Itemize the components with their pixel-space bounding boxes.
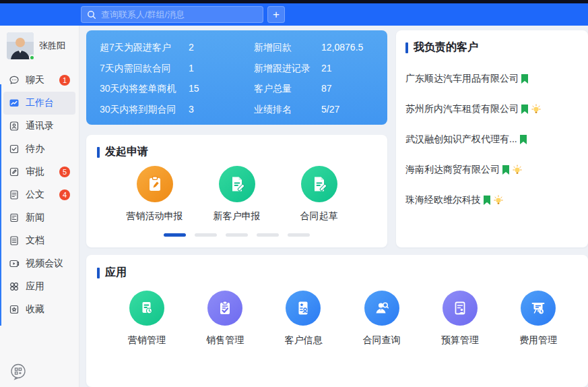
customer-name: 苏州所内汽车租赁有限公司 bbox=[405, 103, 519, 115]
app-item-label: 销售管理 bbox=[206, 334, 244, 347]
customer-name: 海南利达商贸有限公司 bbox=[405, 164, 500, 176]
stat-label: 新增回款 bbox=[254, 41, 321, 53]
apply-item-new-customer[interactable]: 新客户申报 bbox=[203, 166, 271, 222]
customer-item[interactable]: 珠海经欧维尔科技 bbox=[405, 194, 579, 206]
stat-row: 新增跟进记录 21 bbox=[254, 62, 375, 74]
chat-icon bbox=[9, 75, 20, 86]
stat-value: 21 bbox=[321, 62, 332, 74]
apply-section-title: 发起申请 bbox=[97, 145, 377, 159]
sidebar-item-contacts[interactable]: 通讯录 bbox=[3, 115, 75, 138]
online-status-dot bbox=[29, 55, 35, 61]
user-profile[interactable]: 张胜阳 bbox=[0, 26, 79, 66]
customer-item[interactable]: 海南利达商贸有限公司 bbox=[405, 164, 579, 176]
bookmark-icon bbox=[521, 74, 528, 84]
pagination-bar-3[interactable] bbox=[226, 233, 248, 237]
search-box[interactable] bbox=[81, 6, 263, 23]
apply-item-marketing-activity[interactable]: 营销活动申报 bbox=[121, 166, 189, 222]
sidebar-item-video-meeting[interactable]: 视频会议 bbox=[3, 252, 75, 275]
workbench-icon bbox=[9, 98, 20, 109]
stat-label: 30天内将到期合同 bbox=[100, 103, 189, 115]
customer-list: 广东顺达汽车用品有限公司 苏州所内汽车租赁有限公司 bbox=[405, 73, 579, 206]
official-doc-badge: 4 bbox=[59, 189, 70, 200]
video-meeting-icon bbox=[9, 258, 20, 269]
sidebar-item-chat[interactable]: 聊天 1 bbox=[3, 69, 75, 92]
apps-section-title: 应用 bbox=[97, 266, 577, 280]
sidebar-item-todo[interactable]: 待办 bbox=[3, 138, 75, 160]
app-item-label: 预算管理 bbox=[441, 334, 479, 347]
app-item-budget[interactable]: 预算管理 bbox=[421, 291, 499, 347]
stat-value: 3 bbox=[189, 103, 194, 115]
stat-row: 客户总量 87 bbox=[254, 82, 375, 94]
customer-name: 广东顺达汽车用品有限公司 bbox=[405, 73, 519, 85]
customer-name: 珠海经欧维尔科技 bbox=[405, 194, 481, 206]
customer-card-icon bbox=[286, 291, 321, 326]
stat-row: 超7天为跟进客户 2 bbox=[100, 41, 254, 53]
section-title-text: 应用 bbox=[105, 266, 127, 280]
sidebar-item-news[interactable]: 新闻 bbox=[3, 206, 75, 229]
approval-badge: 5 bbox=[59, 167, 70, 177]
app-item-label: 费用管理 bbox=[519, 334, 557, 347]
clipboard-pencil-icon bbox=[137, 166, 173, 202]
sidebar-item-label: 视频会议 bbox=[26, 258, 63, 270]
stat-row: 30天内将到期合同 3 bbox=[100, 103, 254, 115]
todo-icon bbox=[9, 144, 20, 154]
apply-pagination bbox=[97, 233, 377, 237]
budget-doc-icon bbox=[443, 291, 478, 326]
apply-items: 营销活动申报 新客户申报 bbox=[97, 166, 377, 222]
customer-item[interactable]: 苏州所内汽车租赁有限公司 bbox=[405, 103, 579, 115]
stats-summary-card[interactable]: 超7天为跟进客户 2 7天内需回款合同 1 30天内将签单商机 15 30天内将… bbox=[86, 30, 387, 125]
pagination-bar-4[interactable] bbox=[257, 233, 279, 237]
bookmark-icon bbox=[502, 165, 509, 175]
stat-row: 30天内将签单商机 15 bbox=[100, 82, 254, 94]
bulb-icon bbox=[531, 104, 542, 115]
sidebar-item-approval[interactable]: 审批 5 bbox=[3, 160, 75, 183]
sales-clipboard-icon bbox=[207, 291, 242, 326]
stat-label: 30天内将签单商机 bbox=[100, 82, 189, 94]
stat-label: 超7天为跟进客户 bbox=[100, 41, 189, 53]
sidebar-item-official-doc[interactable]: 公文 4 bbox=[3, 183, 75, 206]
sidebar-item-label: 应用 bbox=[26, 280, 44, 293]
apply-item-contract-draft[interactable]: 合同起草 bbox=[286, 166, 353, 222]
sidebar-item-favorites[interactable]: 收藏 bbox=[3, 298, 75, 321]
sidebar: 张胜阳 聊天 1 bbox=[0, 26, 79, 387]
apps-items: 营销管理 销售管理 bbox=[97, 291, 577, 347]
add-button[interactable]: + bbox=[267, 6, 285, 23]
sidebar-item-label: 公文 bbox=[26, 189, 44, 201]
search-input[interactable] bbox=[101, 9, 257, 20]
stat-value: 12,0876.5 bbox=[321, 41, 363, 53]
app-item-label: 营销管理 bbox=[128, 334, 166, 347]
app-item-contract-search[interactable]: 合同查询 bbox=[343, 291, 421, 347]
pagination-bar-2[interactable] bbox=[195, 233, 217, 237]
app-item-sales[interactable]: 销售管理 bbox=[186, 291, 264, 347]
qr-code-icon[interactable] bbox=[9, 363, 27, 383]
sidebar-item-label: 通讯录 bbox=[26, 120, 54, 132]
customer-item[interactable]: 广东顺达汽车用品有限公司 bbox=[405, 73, 579, 85]
my-customers-card: 我负责的客户 广东顺达汽车用品有限公司 苏州所内汽车租赁有限公司 bbox=[396, 30, 588, 247]
sidebar-item-document[interactable]: 文档 bbox=[3, 229, 75, 252]
apply-item-label: 营销活动申报 bbox=[127, 210, 183, 222]
apps-grid-icon bbox=[9, 281, 20, 292]
official-doc-icon bbox=[9, 189, 20, 200]
bulb-icon bbox=[512, 165, 523, 175]
customer-item[interactable]: 武汉融创知识产权代理有... bbox=[405, 133, 579, 146]
marketing-doc-icon bbox=[129, 291, 164, 326]
customers-section-title: 我负责的客户 bbox=[405, 40, 579, 55]
bookmark-icon bbox=[520, 135, 527, 144]
news-icon bbox=[9, 212, 20, 223]
sidebar-item-label: 工作台 bbox=[26, 97, 54, 109]
stats-left-column: 超7天为跟进客户 2 7天内需回款合同 1 30天内将签单商机 15 30天内将… bbox=[100, 41, 254, 115]
app-item-expense[interactable]: 费用管理 bbox=[499, 291, 577, 347]
section-title-bar bbox=[97, 147, 100, 158]
sidebar-item-label: 待办 bbox=[26, 143, 44, 155]
sidebar-item-label: 聊天 bbox=[26, 74, 44, 86]
app-item-customer-info[interactable]: 客户信息 bbox=[264, 291, 342, 347]
stat-row: 业绩排名 5/27 bbox=[254, 103, 375, 115]
sidebar-item-apps[interactable]: 应用 bbox=[3, 275, 75, 298]
stat-value: 1 bbox=[189, 62, 194, 74]
stat-label: 客户总量 bbox=[254, 82, 321, 94]
pagination-bar-1[interactable] bbox=[164, 233, 186, 237]
app-item-marketing[interactable]: 营销管理 bbox=[108, 291, 186, 347]
pagination-bar-5[interactable] bbox=[288, 233, 310, 237]
sidebar-item-workbench[interactable]: 工作台 bbox=[3, 92, 75, 115]
stat-label: 7天内需回款合同 bbox=[100, 62, 189, 74]
